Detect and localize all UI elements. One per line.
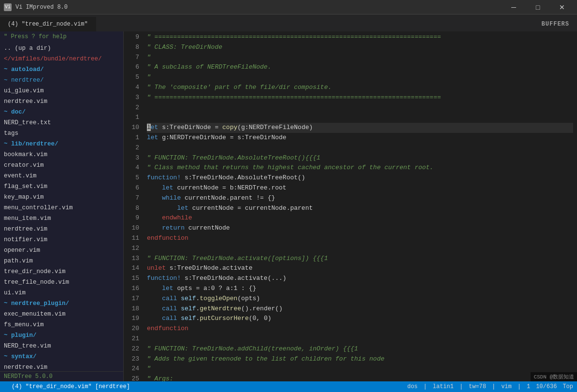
code-line: " ======================================…	[147, 32, 573, 43]
line-number: 6	[124, 183, 139, 193]
status-bar-main: (4) "tree_dir_node.vim" [nerdtree] dos |…	[4, 383, 573, 390]
code-line: return currentNode	[147, 223, 573, 233]
line-number: 5	[124, 173, 139, 183]
line-number: 1	[124, 113, 139, 123]
main-content: " Press ? for help .. (up a dir)</vimfil…	[0, 31, 577, 381]
tree-item[interactable]: nerdtree.vim	[0, 96, 123, 107]
line-number: 10	[124, 123, 139, 133]
code-line: function! s:TreeDirNode.AbsoluteTreeRoot…	[147, 173, 573, 183]
code-line: " CLASS: TreeDirNode	[147, 43, 573, 53]
buffers-label: BUFFERS	[534, 17, 577, 31]
status-dos: dos	[407, 383, 418, 390]
tree-item[interactable]: bookmark.vim	[0, 149, 123, 160]
tree-item[interactable]: nerdtree.vim	[0, 362, 123, 371]
tree-item[interactable]: tags	[0, 128, 123, 139]
code-line: " Adds the given treenode to the list of…	[147, 354, 573, 364]
app-icon: Vi	[4, 3, 12, 11]
tree-item[interactable]: menu_controller.vim	[0, 203, 123, 213]
status-pipe4: |	[518, 383, 521, 390]
code-line: "	[147, 53, 573, 63]
line-number: 1	[124, 133, 139, 143]
line-number: 17	[124, 294, 139, 304]
line-number: 21	[124, 334, 139, 344]
line-number: 8	[124, 43, 139, 53]
tree-item[interactable]: menu_item.vim	[0, 213, 123, 224]
code-line	[147, 244, 573, 254]
tree-item[interactable]: exec_menuitem.vim	[0, 309, 123, 319]
tree-item[interactable]: nerdtree.vim	[0, 224, 123, 234]
status-pipe2: |	[460, 383, 463, 390]
close-button[interactable]: ✕	[551, 0, 573, 15]
status-bar-file: (4) "tree_dir_node.vim" [nerdtree]	[4, 383, 138, 390]
minimize-button[interactable]: ─	[503, 0, 525, 15]
tree-item[interactable]: ~ doc/	[0, 107, 123, 117]
code-line: endwhile	[147, 213, 573, 223]
tree-item[interactable]: creator.vim	[0, 160, 123, 171]
code-line: function! s:TreeDirNode.activate(...)	[147, 274, 573, 284]
code-line	[147, 334, 573, 344]
line-number: 11	[124, 233, 139, 244]
tree-item[interactable]: flag_set.vim	[0, 181, 123, 192]
line-number: 15	[124, 274, 139, 284]
tree-item[interactable]: ui.vim	[0, 288, 123, 298]
line-numbers: 9876543211012345678910111213141516171819…	[124, 31, 143, 381]
tree-item[interactable]: NERD_tree.vim	[0, 341, 123, 351]
tree-item[interactable]: event.vim	[0, 171, 123, 181]
code-line: endfunction	[147, 324, 573, 334]
line-number: 3	[124, 153, 139, 163]
status-encoding: latin1	[433, 383, 454, 390]
watermark: CSDN @数据知道	[531, 372, 577, 381]
active-tab[interactable]: (4) "tree_dir_node.vim"	[0, 17, 96, 31]
line-number: 20	[124, 324, 139, 334]
code-line: let s:TreeDirNode = copy(g:NERDTreeFileN…	[147, 123, 573, 133]
line-number: 8	[124, 203, 139, 214]
maximize-button[interactable]: □	[527, 0, 549, 15]
code-line: call self.toggleOpen(opts)	[147, 294, 573, 304]
code-line: " Args:	[147, 374, 573, 381]
tree-item[interactable]: ui_glue.vim	[0, 86, 123, 96]
line-number: 4	[124, 163, 139, 173]
code-line: " FUNCTION: TreeDirNode.addChild(treenod…	[147, 344, 573, 354]
status-tw: tw=78	[469, 383, 486, 390]
tree-item[interactable]: ~ lib/nerdtree/	[0, 139, 123, 149]
tree-item[interactable]: </vimfiles/bundle/nerdtree/	[0, 54, 123, 64]
status-bar: (4) "tree_dir_node.vim" [nerdtree] dos |…	[0, 381, 577, 392]
line-number: 3	[124, 93, 139, 103]
tree-item[interactable]: ~ autoload/	[0, 64, 123, 75]
tree-item[interactable]: notifier.vim	[0, 234, 123, 245]
code-line: let g:NERDTreeDirNode = s:TreeDirNode	[147, 133, 573, 143]
tree-item[interactable]: tree_file_node.vim	[0, 277, 123, 288]
code-line: " FUNCTION: TreeDirNode.activate([option…	[147, 254, 573, 264]
tree-item[interactable]: ~ plugin/	[0, 330, 123, 341]
tree-item[interactable]: path.vim	[0, 256, 123, 266]
code-line: " ======================================…	[147, 93, 573, 103]
code-line: let currentNode = b:NERDTree.root	[147, 183, 573, 193]
code-line: while currentNode.parent != {}	[147, 193, 573, 203]
tree-item[interactable]: ~ nerdtree_plugin/	[0, 298, 123, 309]
line-number: 7	[124, 53, 139, 63]
line-number: 18	[124, 304, 139, 314]
code-line: " A subclass of NERDTreeFileNode.	[147, 62, 573, 73]
line-number: 14	[124, 263, 139, 274]
status-line: 10/636	[536, 383, 557, 390]
tree-item[interactable]: ~ syntax/	[0, 351, 123, 362]
tree-item[interactable]: opener.vim	[0, 245, 123, 256]
code-line: " Class method that returns the highest …	[147, 163, 573, 173]
tree-item[interactable]: .. (up a dir)	[0, 43, 123, 54]
sidebar-help: " Press ? for help	[0, 31, 123, 42]
line-number: 10	[124, 223, 139, 233]
tree-item[interactable]: NERD_tree.txt	[0, 117, 123, 128]
line-number: 9	[124, 32, 139, 43]
line-number: 12	[124, 244, 139, 254]
status-col: 1	[527, 383, 530, 390]
status-mode: vim	[501, 383, 512, 390]
code-area[interactable]: " ======================================…	[143, 31, 577, 381]
tree-item[interactable]: tree_dir_node.vim	[0, 266, 123, 277]
sidebar: " Press ? for help .. (up a dir)</vimfil…	[0, 31, 124, 381]
status-pipe3: |	[492, 383, 495, 390]
tree-item[interactable]: fs_menu.vim	[0, 319, 123, 330]
sidebar-tree: .. (up a dir)</vimfiles/bundle/nerdtree/…	[0, 42, 123, 371]
line-number: 5	[124, 73, 139, 83]
tree-item[interactable]: ~ nerdtree/	[0, 75, 123, 86]
tree-item[interactable]: key_map.vim	[0, 192, 123, 203]
